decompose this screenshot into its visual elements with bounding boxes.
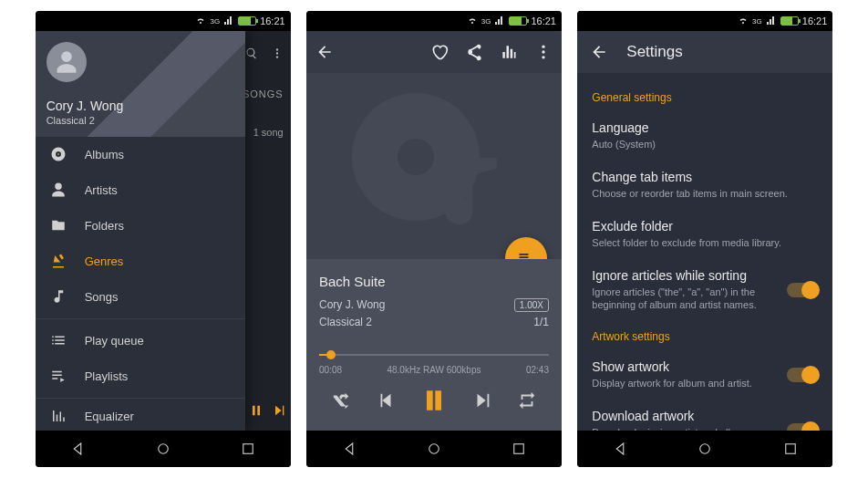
avatar	[46, 42, 87, 82]
sidebar-item-folders[interactable]: Folders	[36, 208, 245, 244]
home-nav-icon[interactable]	[697, 441, 713, 457]
home-nav-icon[interactable]	[426, 441, 442, 457]
seek-bar[interactable]	[319, 348, 549, 361]
android-nav-bar	[577, 431, 832, 467]
speed-badge[interactable]: 1.00X	[514, 298, 549, 312]
setting-ignore-articles[interactable]: Ignore articles while sortingIgnore arti…	[592, 259, 818, 322]
pause-icon[interactable]	[249, 403, 264, 418]
favorite-icon[interactable]	[430, 43, 449, 61]
sublabel: Choose or reorder tab items in main scre…	[592, 187, 818, 201]
android-nav-bar	[306, 431, 562, 467]
back-icon[interactable]	[315, 43, 334, 61]
label: Artists	[85, 183, 118, 197]
setting-change-tabs[interactable]: Change tab itemsChoose or reorder tab it…	[592, 161, 818, 210]
status-bar: 3G 16:21	[577, 11, 832, 31]
sidebar-item-equalizer[interactable]: Equalizer	[36, 402, 245, 431]
share-icon[interactable]	[465, 43, 483, 61]
net-label: 3G	[210, 17, 220, 26]
net-label: 3G	[752, 17, 762, 26]
setting-exclude-folder[interactable]: Exclude folderSelect folder to exclude f…	[592, 210, 818, 259]
svg-point-1	[275, 52, 277, 54]
sidebar-item-genres[interactable]: Genres	[36, 244, 245, 279]
svg-point-7	[542, 56, 544, 58]
svg-point-2	[275, 56, 277, 57]
nav-drawer: Cory J. Wong Classical 2 Albums Artists …	[36, 31, 245, 431]
player-controls: 00:08 48.0kHz RAW 600kbps 02:43	[306, 339, 562, 431]
back-nav-icon[interactable]	[341, 441, 357, 457]
folder-icon	[50, 217, 67, 234]
back-nav-icon[interactable]	[69, 441, 86, 457]
next-button[interactable]	[472, 390, 492, 413]
more-icon[interactable]	[271, 46, 284, 61]
home-nav-icon[interactable]	[155, 441, 171, 457]
svg-point-5	[542, 46, 544, 48]
play-pause-button[interactable]	[419, 386, 449, 418]
sublabel: Select folder to exclude from media libr…	[592, 236, 818, 250]
sidebar-item-albums[interactable]: Albums	[36, 137, 245, 172]
label: Folders	[85, 219, 124, 233]
search-icon[interactable]	[245, 46, 258, 61]
svg-rect-11	[785, 444, 795, 454]
time-elapsed: 00:08	[319, 365, 342, 375]
wifi-icon	[467, 16, 478, 26]
prev-button[interactable]	[376, 390, 396, 413]
phone-settings-screen: 3G 16:21 Settings General settings Langu…	[577, 11, 832, 467]
repeat-button[interactable]	[517, 390, 537, 413]
phone-now-playing-screen: 3G 16:21 Bach Suite Co	[306, 11, 562, 467]
album-art-placeholder	[306, 73, 562, 259]
battery-icon	[780, 16, 799, 26]
playlist-icon	[50, 368, 67, 384]
back-icon[interactable]	[590, 43, 608, 61]
svg-point-3	[158, 444, 168, 454]
back-nav-icon[interactable]	[612, 441, 628, 457]
setting-show-artwork[interactable]: Show artworkDisplay artwork for album an…	[592, 350, 818, 400]
sidebar-item-playlists[interactable]: Playlists	[36, 358, 245, 394]
sidebar-item-artists[interactable]: Artists	[36, 172, 245, 208]
song-count: 1 song	[253, 127, 284, 138]
sidebar-item-play-queue[interactable]: Play queue	[36, 323, 245, 358]
label: Equalizer	[85, 410, 134, 423]
track-title: Bach Suite	[319, 274, 549, 289]
recents-nav-icon[interactable]	[511, 441, 527, 457]
toggle-on[interactable]	[787, 423, 818, 431]
playlist-play-icon	[517, 249, 535, 259]
toggle-on[interactable]	[787, 283, 818, 297]
clock: 16:21	[531, 16, 556, 26]
mini-player[interactable]	[245, 390, 291, 431]
now-playing-album: Classical 2	[46, 115, 124, 126]
svg-point-0	[275, 48, 277, 50]
recents-nav-icon[interactable]	[240, 441, 256, 457]
signal-icon	[223, 16, 234, 26]
recents-nav-icon[interactable]	[782, 441, 799, 457]
time-total: 02:43	[526, 365, 549, 375]
tab-songs[interactable]: SONGS	[243, 88, 284, 99]
skip-next-icon	[472, 390, 492, 410]
label: Language	[592, 120, 818, 135]
background-content: SONGS 1 song	[245, 31, 291, 431]
skip-prev-icon	[376, 390, 396, 410]
toggle-on[interactable]	[787, 368, 818, 382]
svg-rect-9	[514, 444, 524, 454]
label: Playlists	[85, 369, 129, 383]
net-label: 3G	[481, 17, 491, 26]
svg-point-10	[700, 444, 710, 454]
sidebar-item-songs[interactable]: Songs	[36, 279, 245, 315]
label: Genres	[85, 255, 124, 268]
setting-download-artwork[interactable]: Download artworkDownload missing artist …	[592, 400, 818, 431]
repeat-icon	[517, 390, 537, 410]
shuffle-button[interactable]	[331, 390, 351, 413]
label: Play queue	[85, 334, 144, 348]
setting-language[interactable]: LanguageAuto (System)	[592, 111, 818, 161]
shuffle-icon	[331, 390, 351, 410]
next-icon[interactable]	[272, 403, 286, 418]
svg-point-8	[429, 444, 439, 454]
stats-icon[interactable]	[500, 43, 518, 61]
clock: 16:21	[260, 16, 285, 26]
more-icon[interactable]	[534, 43, 553, 61]
battery-icon	[509, 16, 527, 26]
equalizer-icon	[50, 408, 67, 424]
divider	[36, 318, 245, 319]
section-artwork: Artwork settings	[592, 330, 818, 343]
drawer-header[interactable]: Cory J. Wong Classical 2	[36, 31, 245, 137]
pause-icon	[419, 386, 449, 415]
